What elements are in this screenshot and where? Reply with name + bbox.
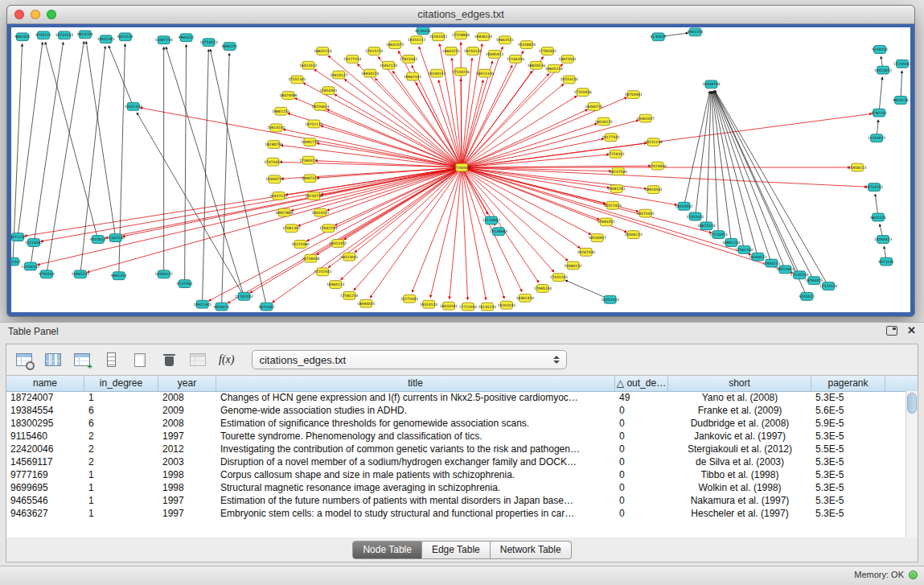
graph-node[interactable]: 11150342: [893, 60, 910, 68]
graph-node[interactable]: 9562017: [11, 257, 21, 266]
graph-node[interactable]: 15134660: [490, 228, 508, 236]
graph-node[interactable]: 11034152: [22, 262, 40, 270]
table-scrollbar[interactable]: [906, 391, 918, 538]
graph-node[interactable]: 11087254: [155, 36, 174, 44]
graph-node[interactable]: 20014521: [311, 208, 330, 216]
window-titlebar[interactable]: citations_edges.txt: [7, 6, 914, 24]
graph-node[interactable]: 17759311: [607, 150, 626, 158]
graph-node[interactable]: 17904251: [762, 259, 781, 267]
graph-node[interactable]: 19306731: [265, 175, 284, 183]
graph-node[interactable]: 18973541: [559, 55, 577, 63]
graph-node[interactable]: 19448794: [702, 80, 721, 89]
graph-node[interactable]: 17431205: [550, 274, 569, 282]
graph-node[interactable]: 17854301: [319, 87, 338, 95]
graph-node[interactable]: 20145233: [478, 303, 497, 311]
graph-node[interactable]: 17210453: [709, 231, 728, 239]
graph-node[interactable]: 17252441: [314, 268, 332, 276]
graph-node[interactable]: 20551324: [125, 102, 143, 110]
graph-node[interactable]: 20231148: [644, 138, 663, 146]
graph-node[interactable]: 10352414: [602, 295, 620, 303]
table-row[interactable]: 969969511998Structural magnetic resonanc…: [6, 481, 906, 494]
column-header-out_degree[interactable]: △ out_de…: [615, 376, 668, 391]
network-canvas[interactable]: 1724040718832154160124321755134118424096…: [11, 27, 910, 312]
graph-node[interactable]: 11162530: [107, 234, 125, 242]
graph-node[interactable]: 9573241: [878, 257, 894, 266]
graph-node[interactable]: 17722054: [459, 303, 478, 311]
graph-edge[interactable]: [714, 91, 807, 296]
close-panel-icon[interactable]: ✕: [907, 325, 916, 336]
graph-node[interactable]: 17135204: [791, 271, 809, 279]
graph-node[interactable]: 19930224: [361, 69, 380, 77]
minimize-window-icon[interactable]: [31, 10, 40, 19]
graph-node[interactable]: 10233514: [55, 31, 74, 39]
graph-edge[interactable]: [462, 167, 867, 187]
graph-node[interactable]: 19845210: [545, 64, 564, 72]
graph-edge[interactable]: [327, 109, 462, 167]
graph-node[interactable]: 9684251: [222, 43, 238, 51]
graph-node[interactable]: 18340512: [749, 253, 767, 261]
graph-edge[interactable]: [462, 167, 793, 273]
tab-network-table[interactable]: Network Table: [491, 541, 572, 559]
graph-node[interactable]: 19523041: [340, 253, 359, 261]
graph-edge[interactable]: [344, 79, 462, 167]
graph-node[interactable]: 20084152: [565, 262, 583, 270]
graph-node[interactable]: 9423150: [117, 33, 133, 41]
zoom-window-icon[interactable]: [47, 10, 56, 19]
graph-node[interactable]: 20177314: [343, 55, 362, 63]
graph-node[interactable]: 19662041: [404, 72, 422, 80]
graph-node[interactable]: 9150234: [872, 46, 888, 54]
graph-node[interactable]: 10590122: [155, 270, 174, 278]
table-row[interactable]: 1830029562008Estimation of significance …: [6, 417, 906, 430]
graph-node[interactable]: 10214562: [25, 239, 43, 247]
graph-edge[interactable]: [185, 45, 187, 284]
graph-node[interactable]: 18675124: [697, 222, 716, 230]
graph-node[interactable]: 17815042: [400, 55, 418, 63]
graph-node[interactable]: 17081342: [282, 225, 301, 233]
graph-node[interactable]: 18433261: [440, 302, 458, 310]
graph-edge[interactable]: [273, 167, 462, 303]
graph-node[interactable]: 17581234: [340, 291, 359, 299]
table-row[interactable]: 977716911998Corpus callosum shape and si…: [6, 468, 906, 481]
graph-edge[interactable]: [462, 51, 524, 167]
graph-edge[interactable]: [684, 91, 710, 206]
graph-node[interactable]: 20728404: [302, 254, 320, 262]
graph-edge[interactable]: [713, 91, 744, 249]
graph-node[interactable]: 19267430: [577, 248, 596, 256]
graph-node[interactable]: 18103452: [675, 202, 693, 210]
graph-edge[interactable]: [109, 46, 133, 106]
graph-edge[interactable]: [430, 167, 462, 298]
graph-node[interactable]: 20177542: [602, 134, 621, 142]
graph-node[interactable]: 19125460: [291, 241, 310, 249]
graph-node[interactable]: 17528904: [452, 31, 470, 39]
graph-edge[interactable]: [462, 167, 468, 299]
graph-node[interactable]: 10714352: [865, 183, 884, 192]
graph-edge[interactable]: [379, 57, 462, 167]
graph-node[interactable]: 20610141: [267, 124, 285, 132]
graph-edge[interactable]: [715, 91, 815, 281]
graph-node[interactable]: 20322410: [604, 201, 622, 209]
graph-node[interactable]: 8130425: [651, 33, 667, 41]
graph-node[interactable]: 17893352: [598, 218, 616, 226]
delete-table-icon[interactable]: [159, 350, 179, 369]
graph-node[interactable]: 20240153: [428, 69, 446, 77]
graph-edge[interactable]: [355, 167, 462, 253]
graph-node[interactable]: 17470457: [264, 158, 282, 166]
graph-edge[interactable]: [462, 167, 486, 299]
graph-node[interactable]: 19314520: [420, 300, 438, 308]
graph-edge[interactable]: [462, 47, 503, 167]
graph-edge[interactable]: [462, 84, 564, 168]
graph-edge[interactable]: [462, 96, 577, 167]
graph-node[interactable]: 9750163: [39, 270, 55, 278]
graph-node[interactable]: 19575402: [636, 209, 655, 217]
graph-edge[interactable]: [210, 49, 266, 307]
graph-node[interactable]: 20091733: [301, 138, 319, 146]
graph-node[interactable]: 9735121: [35, 31, 51, 39]
graph-edge[interactable]: [462, 71, 532, 167]
graph-node[interactable]: 10754023: [199, 39, 218, 47]
graph-node[interactable]: 18424096: [279, 92, 298, 100]
graph-node[interactable]: 18915320: [476, 69, 495, 77]
graph-node[interactable]: 19203145: [498, 301, 516, 309]
graph-edge[interactable]: [462, 138, 604, 167]
graph-edge[interactable]: [47, 42, 84, 274]
graph-node[interactable]: 18820516: [528, 61, 546, 69]
